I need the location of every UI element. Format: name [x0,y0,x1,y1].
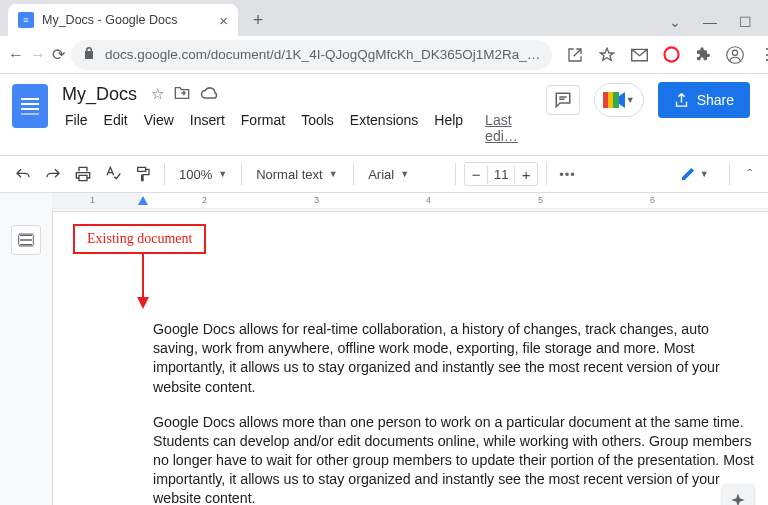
star-icon[interactable] [598,46,616,64]
font-value: Arial [368,167,394,182]
undo-button[interactable] [10,161,36,187]
document-title[interactable]: My_Docs [58,83,141,106]
font-size-control: − 11 + [464,162,538,186]
style-value: Normal text [256,167,322,182]
browser-toolbar: ← → ⟳ docs.google.com/document/d/1K_4I-Q… [0,36,768,74]
svg-marker-8 [137,297,149,309]
address-bar[interactable]: docs.google.com/document/d/1K_4I-QJogQgM… [71,40,552,70]
redo-button[interactable] [40,161,66,187]
opera-icon[interactable] [662,46,680,64]
forward-button[interactable]: → [30,41,46,69]
extensions-icon[interactable] [694,46,712,64]
style-dropdown[interactable]: Normal text ▼ [250,161,345,187]
annotation-arrow-icon [133,254,153,309]
collapse-toolbar-button[interactable]: ˆ [742,167,758,182]
send-tab-icon[interactable] [566,46,584,64]
annotation-label: Existing document [73,224,206,254]
font-dropdown[interactable]: Arial ▼ [362,161,447,187]
mail-icon[interactable] [630,46,648,64]
new-tab-button[interactable]: + [244,6,272,34]
close-tab-icon[interactable]: × [219,12,228,29]
menu-view[interactable]: View [137,109,181,147]
font-size-increase[interactable]: + [515,166,537,183]
browser-tab-strip: ≡ My_Docs - Google Docs × + ⌄ — ☐ [0,0,768,36]
zoom-value: 100% [179,167,212,182]
tab-title: My_Docs - Google Docs [42,13,211,27]
share-button[interactable]: Share [658,82,750,118]
paragraph: Google Docs allows more than one person … [153,413,754,505]
font-size-decrease[interactable]: − [465,166,487,183]
more-tools-button[interactable]: ••• [559,167,576,182]
editing-mode-button[interactable]: ▼ [672,163,717,185]
svg-rect-3 [603,92,608,108]
spellcheck-button[interactable] [100,161,126,187]
move-doc-icon[interactable] [174,86,190,103]
menu-help[interactable]: Help [427,109,470,147]
menu-edit[interactable]: Edit [97,109,135,147]
horizontal-ruler[interactable]: 1 2 3 4 5 6 [52,193,768,209]
paint-format-button[interactable] [130,161,156,187]
profile-icon[interactable] [726,46,744,64]
cloud-status-icon[interactable] [200,86,218,103]
menu-format[interactable]: Format [234,109,292,147]
ruler-row: 1 2 3 4 5 6 [0,193,768,209]
meet-caret-icon: ▼ [626,95,635,105]
extension-icons: ⋮ [558,46,768,64]
docs-header: My_Docs ☆ File Edit View Insert Format T… [0,74,768,147]
indent-marker[interactable] [138,196,148,205]
star-doc-icon[interactable]: ☆ [151,85,164,103]
menu-bar: File Edit View Insert Format Tools Exten… [58,109,536,147]
caret-icon: ▼ [700,169,709,179]
document-body[interactable]: Google Docs allows for real-time collabo… [153,320,754,505]
minimize-icon[interactable]: — [703,14,717,30]
maximize-icon[interactable]: ☐ [739,14,752,30]
svg-point-0 [664,47,678,61]
caret-icon: ▼ [329,169,338,179]
caret-icon: ▼ [218,169,227,179]
docs-favicon: ≡ [18,12,34,28]
zoom-dropdown[interactable]: 100% ▼ [173,161,233,187]
svg-rect-5 [613,92,619,108]
font-size-value[interactable]: 11 [487,165,515,184]
docs-toolbar: 100% ▼ Normal text ▼ Arial ▼ − 11 + ••• … [0,155,768,193]
meet-icon [603,92,623,108]
reload-button[interactable]: ⟳ [52,41,65,69]
docs-logo[interactable] [12,84,48,128]
lock-icon [83,46,95,63]
chevron-down-icon[interactable]: ⌄ [669,14,681,30]
menu-tools[interactable]: Tools [294,109,341,147]
menu-insert[interactable]: Insert [183,109,232,147]
svg-point-2 [733,50,738,55]
last-edit-link[interactable]: Last edi… [478,109,536,147]
svg-rect-4 [608,92,613,108]
paragraph: Google Docs allows for real-time collabo… [153,320,754,397]
window-controls: ⌄ — ☐ [669,14,768,36]
explore-button[interactable] [722,484,754,505]
comment-history-button[interactable] [546,85,580,115]
menu-extensions[interactable]: Extensions [343,109,425,147]
back-button[interactable]: ← [8,41,24,69]
document-page[interactable]: Existing document Google Docs allows for… [52,211,768,505]
browser-tab[interactable]: ≡ My_Docs - Google Docs × [8,4,238,36]
meet-button[interactable]: ▼ [594,83,644,117]
caret-icon: ▼ [400,169,409,179]
kebab-menu-icon[interactable]: ⋮ [758,46,768,64]
print-button[interactable] [70,161,96,187]
share-label: Share [697,92,734,108]
url-text: docs.google.com/document/d/1K_4I-QJogQgM… [105,47,540,62]
show-outline-button[interactable] [11,225,41,255]
document-area: Existing document Google Docs allows for… [0,209,768,505]
menu-file[interactable]: File [58,109,95,147]
